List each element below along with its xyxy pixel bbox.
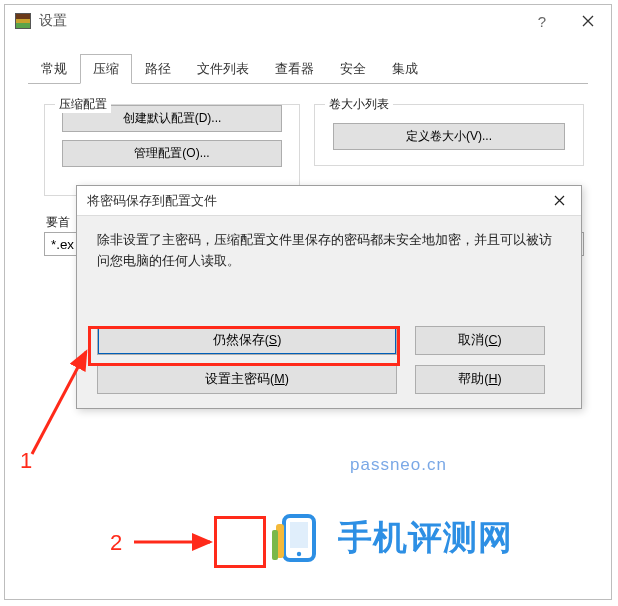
compress-config-legend: 压缩配置	[55, 96, 111, 113]
window-title: 设置	[39, 12, 67, 30]
tab-filelist[interactable]: 文件列表	[184, 54, 262, 84]
close-icon[interactable]	[565, 6, 611, 36]
dialog-titlebar: 将密码保存到配置文件	[77, 186, 581, 216]
set-master-password-button[interactable]: 设置主密码(M)	[97, 365, 397, 394]
titlebar: 设置	[5, 5, 611, 37]
tab-security[interactable]: 安全	[327, 54, 379, 84]
volume-sizes-legend: 卷大小列表	[325, 96, 393, 113]
save-anyway-button[interactable]: 仍然保存(S)	[97, 326, 397, 355]
tab-viewer[interactable]: 查看器	[262, 54, 327, 84]
set-master-label: 设置主密码	[205, 372, 270, 386]
help-button[interactable]: 帮助(H)	[415, 365, 545, 394]
brand-logo: 手机评测网	[270, 510, 513, 566]
help-label: 帮助	[458, 372, 484, 386]
define-volume-sizes-button[interactable]: 定义卷大小(V)...	[333, 123, 565, 150]
save-password-dialog: 将密码保存到配置文件 除非设置了主密码，压缩配置文件里保存的密码都未安全地加密，…	[76, 185, 582, 409]
volume-sizes-group: 卷大小列表 定义卷大小(V)...	[314, 104, 584, 166]
manage-profiles-button[interactable]: 管理配置(O)...	[62, 140, 282, 167]
svg-rect-1	[290, 522, 308, 548]
watermark-url: passneo.cn	[350, 455, 447, 475]
help-icon[interactable]	[519, 6, 565, 36]
svg-rect-4	[272, 530, 278, 560]
tab-path[interactable]: 路径	[132, 54, 184, 84]
dialog-message: 除非设置了主密码，压缩配置文件里保存的密码都未安全地加密，并且可以被访问您电脑的…	[77, 216, 581, 273]
svg-point-2	[297, 552, 301, 556]
compress-config-group: 压缩配置 创建默认配置(D)... 管理配置(O)...	[44, 104, 300, 196]
cancel-label: 取消	[458, 333, 484, 347]
tab-general[interactable]: 常规	[28, 54, 80, 84]
brand-text: 手机评测网	[338, 515, 513, 561]
tab-compression[interactable]: 压缩	[80, 54, 132, 84]
save-anyway-label: 仍然保存	[213, 333, 265, 347]
winrar-icon	[15, 13, 31, 29]
annotation-step-2: 2	[110, 530, 122, 556]
phone-logo-icon	[270, 510, 326, 566]
cancel-button[interactable]: 取消(C)	[415, 326, 545, 355]
dialog-title: 将密码保存到配置文件	[87, 192, 217, 210]
tab-integration[interactable]: 集成	[379, 54, 431, 84]
dialog-close-icon[interactable]	[537, 187, 581, 215]
tabstrip: 常规 压缩 路径 文件列表 查看器 安全 集成	[28, 58, 588, 84]
priority-label: 要首	[46, 214, 70, 231]
annotation-step-1: 1	[20, 448, 32, 474]
